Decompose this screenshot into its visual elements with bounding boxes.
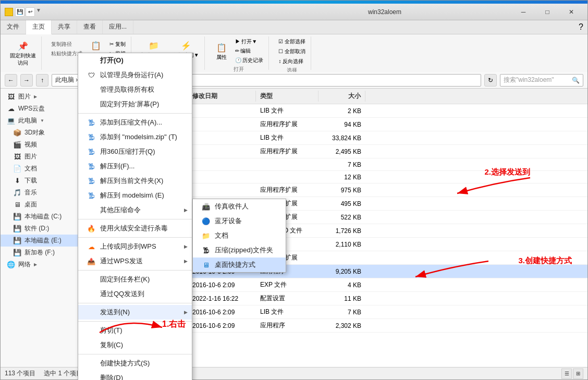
sidebar-item-pictures[interactable]: 🖼 图片 ▶ [1, 91, 83, 103]
submenu-zip-folder[interactable]: 🗜 压缩(zipped)文件夹 [193, 243, 286, 258]
ctx-extract-here-icon: 🗜 [87, 176, 96, 186]
refresh-button[interactable]: ↻ [484, 74, 497, 87]
ribbon-group-pin: 📌 固定到快速访问 [5, 36, 42, 70]
forward-button[interactable]: → [20, 74, 33, 87]
ctx-pin-start[interactable]: 固定到'开始'屏幕(P) [78, 97, 192, 112]
up-button[interactable]: ↑ [36, 74, 48, 87]
pin-quick-access-btn[interactable]: 📌 固定到快速访问 [8, 39, 38, 68]
submenu-bluetooth[interactable]: 🔵 蓝牙设备 [193, 214, 286, 228]
header-type[interactable]: 类型 [256, 91, 318, 102]
view-large-btn[interactable]: ⊞ [573, 369, 583, 379]
file-date [188, 176, 256, 178]
sidebar-item-3dobjects[interactable]: 📦 3D对象 [1, 127, 83, 139]
select-btns: ☑ 全部选择 ☐ 全部取消 ↕ 反向选择 [276, 38, 308, 66]
ctx-copy[interactable]: 复制(C) [78, 338, 192, 352]
ctx-sendto[interactable]: 发送到(N) [78, 305, 192, 320]
context-menu[interactable]: 打开(O) 🛡 以管理员身份运行(A) 管理员取得所有权 固定到'开始'屏幕(P… [78, 53, 192, 380]
sidebar-item-wps[interactable]: ☁ WPS云盘 [1, 103, 83, 115]
pin-label: 固定到快速访问 [10, 52, 36, 67]
ctx-extract[interactable]: 🗜 解压到(F)... [78, 159, 192, 174]
open-btn[interactable]: ▶ 打开▼ [233, 38, 266, 46]
ctx-open[interactable]: 打开(O) [78, 53, 192, 68]
ctx-add-modelsimzip[interactable]: 🗜 添加到 "modelsim.zip" (T) [78, 130, 192, 144]
sidebar-item-pics2[interactable]: 🖼 图片 [1, 151, 83, 163]
submenu-fax[interactable]: 📠 传真收件人 [193, 199, 286, 214]
view-details-btn[interactable]: ☰ [561, 369, 572, 379]
quick-undo-btn[interactable]: ↩ [26, 7, 35, 17]
deselect-all-btn[interactable]: ☐ 全部取消 [276, 47, 308, 56]
sidebar-item-desktop[interactable]: 🖥 桌面 [1, 199, 83, 211]
file-type: LIB 文件 [256, 307, 318, 317]
sidebar-label-drivef: 新加卷 (F:) [24, 248, 55, 257]
sidebar-item-video[interactable]: 🎬 视频 [1, 139, 83, 151]
sidebar-item-drivec[interactable]: 💾 本地磁盘 (C:) [1, 211, 83, 223]
file-type: 应用程序 [256, 320, 318, 331]
ctx-add-zip[interactable]: 🗜 添加到压缩文件(A)... [78, 115, 192, 130]
sidebar-item-drivee[interactable]: 💾 本地磁盘 (E:) [1, 235, 83, 247]
sidebar-item-drived[interactable]: 💾 软件 (D:) [1, 223, 83, 235]
ctx-antivirus[interactable]: 🔥 使用火绒安全进行杀毒 [78, 221, 192, 236]
history-btn[interactable]: 🕐 历史记录 [233, 56, 266, 65]
submenu-docs[interactable]: 📁 文档 [193, 228, 286, 243]
close-button[interactable]: ✕ [559, 4, 583, 20]
submenu-sendto[interactable]: 📠 传真收件人 🔵 蓝牙设备 📁 文档 🗜 压缩(zipped)文件夹 🖥 桌面… [192, 199, 286, 273]
submenu-desktop-shortcut[interactable]: 🖥 桌面快捷方式 [193, 258, 286, 272]
search-box[interactable]: 搜索"win32aloem" 🔍 [500, 74, 583, 87]
ctx-create-shortcut[interactable]: 创建快捷方式(S) [78, 356, 192, 371]
properties-btn[interactable]: 📋 属性 [212, 40, 231, 62]
sidebar-item-drivef[interactable]: 💾 新加卷 (F:) [1, 247, 83, 259]
ctx-wps-upload[interactable]: ☁ 上传或同步到WPS [78, 239, 192, 254]
edit-btn[interactable]: ✏ 编辑 [233, 47, 266, 55]
sidebar-item-music[interactable]: 🎵 音乐 [1, 187, 83, 199]
ctx-cut[interactable]: 剪切(T) [78, 323, 192, 338]
copy-btn[interactable]: ✂ 复制 [107, 40, 128, 48]
ctx-extract-folder[interactable]: 🗜 解压到 modelsim\ (E) [78, 188, 192, 203]
ctx-wps-send[interactable]: 📤 通过WPS发送 [78, 254, 192, 268]
sidebar-item-downloads[interactable]: ⬇ 下载 [1, 175, 83, 187]
qa-dropdown[interactable]: ▼ [36, 7, 41, 17]
3dobjects-icon: 📦 [13, 129, 21, 137]
header-size[interactable]: 大小 [318, 91, 365, 102]
ribbon-group-pin-btns: 📌 固定到快速访问 [8, 38, 38, 69]
sidebar-item-network[interactable]: 🌐 网络 ▶ [1, 259, 83, 271]
ctx-more-zip[interactable]: 其他压缩命令 [78, 203, 192, 217]
file-type [256, 176, 318, 178]
sidebar-label-drived: 软件 (D:) [24, 224, 49, 233]
qq-icon [87, 289, 96, 299]
sidebar-item-thispc[interactable]: 💻 此电脑 ▼ [1, 115, 83, 127]
window-title: win32aloem [258, 8, 511, 16]
tab-file[interactable]: 文件 [1, 20, 26, 34]
back-button[interactable]: ← [5, 74, 17, 87]
ctx-pin-taskbar[interactable]: 固定到任务栏(K) [78, 272, 192, 287]
ctx-takeown[interactable]: 管理员取得所有权 [78, 82, 192, 97]
ctx-sep1 [78, 113, 192, 114]
drivee-icon: 💾 [13, 237, 21, 245]
tab-home[interactable]: 主页 [26, 20, 52, 34]
quick-save-btn[interactable]: 💾 [15, 7, 24, 17]
ctx-run-admin[interactable]: 🛡 以管理员身份运行(A) [78, 68, 192, 82]
minimize-button[interactable]: ─ [511, 4, 535, 20]
ctx-extract-folder-icon: 🗜 [87, 191, 96, 200]
file-size: 522 KB [318, 213, 365, 222]
ctx-qq-send[interactable]: 通过QQ发送到 [78, 287, 192, 301]
copy-path-btn[interactable]: 复制路径 [49, 40, 84, 48]
sidebar-label-desktop: 桌面 [24, 200, 37, 209]
ctx-open360[interactable]: 🗜 用360压缩打开(Q) [78, 144, 192, 159]
submenu-zip-folder-label: 压缩(zipped)文件夹 [215, 246, 273, 255]
maximize-button[interactable]: □ [535, 4, 559, 20]
tab-app[interactable]: 应用... [103, 20, 133, 34]
help-button[interactable]: ? [574, 20, 587, 34]
ctx-sep6 [78, 321, 192, 322]
network-icon: 🌐 [7, 261, 15, 269]
tab-view[interactable]: 查看 [77, 20, 103, 34]
ctx-copy-label: 复制(C) [100, 340, 123, 350]
ctx-extract-here[interactable]: 🗜 解压到当前文件夹(X) [78, 174, 192, 188]
ctx-delete[interactable]: 删除(D) [78, 371, 192, 380]
tab-share[interactable]: 共享 [52, 20, 77, 34]
header-date[interactable]: 修改日期 [188, 91, 256, 102]
ctx-takeown-icon [87, 85, 96, 94]
sidebar-item-docs[interactable]: 📄 文档 [1, 163, 83, 175]
select-all-btn[interactable]: ☑ 全部选择 [276, 38, 308, 46]
invert-select-btn[interactable]: ↕ 反向选择 [276, 57, 308, 66]
ribbon-group-select: ☑ 全部选择 ☐ 全部取消 ↕ 反向选择 选择 [273, 36, 311, 70]
